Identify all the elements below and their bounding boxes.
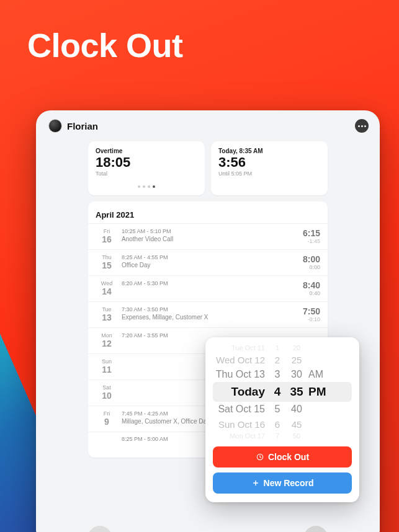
picker-day: Sat Oct 15 (213, 404, 269, 415)
new-record-label: New Record (264, 478, 314, 488)
picker-hour: 5 (269, 404, 286, 415)
calendar-button[interactable]: 14 (88, 526, 112, 532)
weekday: Sat (96, 384, 118, 391)
weekday: Fri (96, 410, 118, 417)
weekday: Fri (96, 228, 118, 234)
picker-row[interactable]: Wed Oct 12 2 25 (213, 352, 352, 367)
picker-row[interactable]: Mon Oct 17 7 50 (213, 432, 352, 440)
picker-minute: 20 (286, 344, 307, 352)
picker-hour: 2 (269, 355, 286, 365)
time-picker-popup: Tue Oct 11 1 20 Wed Oct 12 2 25 Thu Oct … (205, 337, 359, 502)
delta: -1:45 (290, 238, 320, 244)
today-value: 3:56 (218, 154, 320, 171)
plus-icon (251, 479, 260, 487)
daynum: 15 (96, 260, 118, 270)
delta: 0:40 (290, 290, 320, 296)
daynum: 9 (96, 417, 118, 427)
picker-row[interactable]: Sun Oct 16 6 45 (213, 417, 352, 432)
picker-minute: 40 (286, 404, 307, 415)
today-label: Today, 8:35 AM (218, 148, 320, 154)
time-range: 8:20 AM - 5:30 PM (122, 280, 290, 286)
daynum: 11 (96, 365, 118, 375)
time-range: 7:30 AM - 3:50 PM (122, 306, 290, 313)
topbar: Florian (36, 110, 380, 135)
more-button[interactable] (355, 119, 369, 133)
weekday: Thu (96, 254, 118, 260)
picker-hour: 3 (269, 369, 286, 380)
time-picker-wheel[interactable]: Tue Oct 11 1 20 Wed Oct 12 2 25 Thu Oct … (213, 344, 352, 440)
picker-minute: 30 (286, 369, 307, 380)
add-button[interactable] (304, 526, 328, 532)
avatar (48, 119, 62, 133)
daynum: 13 (96, 313, 118, 322)
picker-period: PM (307, 385, 326, 399)
clock-icon (256, 453, 264, 461)
list-item[interactable]: Tue13 7:30 AM - 3:50 PMExpenses, Millage… (88, 301, 328, 327)
overtime-card[interactable]: Overtime 18:05 Total (88, 141, 205, 195)
new-record-button[interactable]: New Record (213, 472, 352, 494)
description: Expenses, Millage, Customer X (122, 314, 258, 321)
today-card[interactable]: Today, 8:35 AM 3:56 Until 5:05 PM (211, 141, 328, 195)
time-range: 8:25 PM - 5:00 AM (118, 436, 168, 442)
picker-day: Today (213, 385, 269, 399)
picker-row[interactable]: Sat Oct 15 5 40 (213, 402, 352, 417)
list-item[interactable]: Thu15 8:25 AM - 4:55 PMOffice Day 8:000:… (88, 249, 328, 275)
overtime-label: Overtime (96, 148, 197, 154)
duration: 8:40 (290, 280, 320, 290)
list-item[interactable]: Fri16 10:25 AM - 5:10 PMAnother Video Ca… (88, 223, 328, 249)
picker-day: Thu Oct 13 (213, 369, 269, 380)
duration: 8:00 (290, 254, 320, 264)
time-range: 8:25 AM - 4:55 PM (122, 254, 290, 260)
pager-dots (96, 177, 197, 190)
weekday: Mon (96, 332, 118, 339)
username: Florian (67, 121, 98, 131)
picker-hour: 1 (269, 344, 286, 352)
clock-out-button[interactable]: Clock Out (213, 446, 352, 468)
duration: 7:50 (290, 306, 320, 316)
picker-hour: 7 (269, 432, 286, 440)
picker-day: Tue Oct 11 (213, 344, 269, 352)
picker-period: AM (307, 369, 326, 380)
delta: 0:00 (290, 264, 320, 270)
picker-row[interactable]: Thu Oct 13 3 30 AM (213, 367, 352, 382)
daynum: 10 (96, 391, 118, 401)
daynum: 12 (96, 339, 118, 348)
picker-day: Sun Oct 16 (213, 419, 269, 430)
picker-minute: 45 (286, 419, 307, 430)
weekday: Wed (96, 280, 118, 286)
picker-minute: 50 (286, 432, 307, 440)
picker-row-selected[interactable]: Today 4 35 PM (213, 382, 352, 402)
picker-row[interactable]: Tue Oct 11 1 20 (213, 344, 352, 352)
today-sub: Until 5:05 PM (218, 171, 320, 177)
bottombar: 14 (88, 521, 328, 532)
daynum: 16 (96, 234, 118, 244)
picker-minute: 25 (286, 355, 307, 365)
picker-day: Mon Oct 17 (213, 432, 269, 440)
picker-day: Wed Oct 12 (213, 355, 269, 365)
overtime-sub: Total (96, 171, 197, 177)
user-chip[interactable]: Florian (48, 119, 98, 133)
overtime-value: 18:05 (96, 154, 197, 171)
page-title: Clock Out (0, 0, 399, 64)
picker-hour: 4 (269, 385, 286, 399)
list-item[interactable]: Wed14 8:20 AM - 5:30 PM 8:400:40 (88, 275, 328, 301)
daynum: 14 (96, 286, 118, 296)
duration: 6:15 (290, 228, 320, 238)
weekday: Tue (96, 306, 118, 313)
month-header: April 2021 (88, 208, 328, 223)
clock-out-label: Clock Out (268, 452, 309, 462)
weekday: Sun (96, 358, 118, 365)
delta: -0:10 (290, 316, 320, 322)
description: Another Video Call (122, 236, 258, 242)
time-range: 10:25 AM - 5:10 PM (122, 228, 290, 234)
description: Office Day (122, 262, 258, 268)
picker-minute: 35 (286, 385, 307, 399)
summary-cards: Overtime 18:05 Total Today, 8:35 AM 3:56… (36, 135, 380, 195)
picker-hour: 6 (269, 419, 286, 430)
